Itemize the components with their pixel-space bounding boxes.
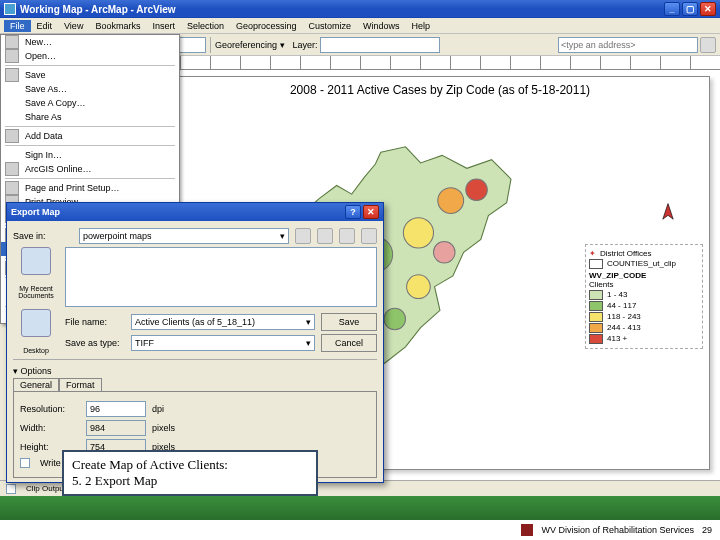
menu-edit[interactable]: Edit: [31, 20, 59, 32]
slide-footer: WV Division of Rehabilitation Services 2…: [0, 520, 720, 540]
window-close-button[interactable]: ✕: [700, 2, 716, 16]
georef-label: Georeferencing ▾: [215, 40, 285, 50]
footer-logo-icon: [521, 524, 533, 536]
dialog-titlebar[interactable]: Export Map ? ✕: [7, 203, 383, 221]
menu-insert[interactable]: Insert: [146, 20, 181, 32]
menuitem-arcgis-online[interactable]: ArcGIS Online…: [1, 162, 179, 176]
saveastype-select[interactable]: TIFF▾: [131, 335, 315, 351]
menu-bookmarks[interactable]: Bookmarks: [89, 20, 146, 32]
svg-point-4: [466, 180, 488, 202]
dialog-help-button[interactable]: ?: [345, 205, 361, 219]
menuitem-new[interactable]: New…: [1, 35, 179, 49]
cancel-button[interactable]: Cancel: [321, 334, 377, 352]
recent-docs-label: My Recent Documents: [13, 285, 59, 299]
new-icon: [5, 35, 19, 49]
map-legend: ✦District Offices COUNTIES_ut_clip WV_ZI…: [585, 244, 703, 349]
menuitem-save[interactable]: Save: [1, 68, 179, 82]
resolution-input[interactable]: 96: [86, 401, 146, 417]
menuitem-share-as[interactable]: Share As: [1, 110, 179, 124]
resolution-label: Resolution:: [20, 404, 80, 414]
desktop-icon[interactable]: [21, 309, 51, 337]
save-icon: [5, 68, 19, 82]
search-icon[interactable]: [700, 37, 716, 53]
width-readout: 984: [86, 420, 146, 436]
menu-windows[interactable]: Windows: [357, 20, 406, 32]
window-titlebar: Working Map - ArcMap - ArcView _ ▢ ✕: [0, 0, 720, 18]
slide-callout: Create Map of Active Clients: 5. 2 Expor…: [62, 450, 318, 497]
globe-icon: [5, 162, 19, 176]
dialog-close-button[interactable]: ✕: [363, 205, 379, 219]
add-data-icon: [5, 129, 19, 143]
view-menu-icon[interactable]: [361, 228, 377, 244]
nav-back-icon[interactable]: [295, 228, 311, 244]
layers-label: Layer:: [293, 40, 318, 50]
tab-general[interactable]: General: [13, 378, 59, 391]
menuitem-save-as[interactable]: Save As…: [1, 82, 179, 96]
window-minimize-button[interactable]: _: [664, 2, 680, 16]
menuitem-page-setup[interactable]: Page and Print Setup…: [1, 181, 179, 195]
nav-up-icon[interactable]: [317, 228, 333, 244]
menu-help[interactable]: Help: [406, 20, 437, 32]
svg-point-10: [434, 242, 456, 264]
resolution-unit: dpi: [152, 404, 164, 414]
menuitem-save-copy[interactable]: Save A Copy…: [1, 96, 179, 110]
saveastype-label: Save as type:: [65, 338, 125, 348]
svg-point-9: [384, 309, 406, 331]
recent-docs-icon[interactable]: [21, 247, 51, 275]
menu-customize[interactable]: Customize: [303, 20, 358, 32]
options-toggle[interactable]: ▾ Options: [13, 366, 52, 376]
file-list-area[interactable]: [65, 247, 377, 307]
windows-taskbar[interactable]: [0, 496, 720, 520]
svg-point-8: [407, 275, 431, 299]
menuitem-open[interactable]: Open…: [1, 49, 179, 63]
savein-select[interactable]: powerpoint maps▾: [79, 228, 289, 244]
menuitem-add-data[interactable]: Add Data: [1, 129, 179, 143]
app-icon: [4, 3, 16, 15]
north-arrow-icon: [653, 200, 679, 226]
savein-label: Save in:: [13, 231, 73, 241]
export-map-dialog: Export Map ? ✕ Save in: powerpoint maps▾…: [6, 202, 384, 483]
menubar: File Edit View Bookmarks Insert Selectio…: [0, 18, 720, 34]
desktop-label: Desktop: [23, 347, 49, 354]
layer-select[interactable]: [320, 37, 440, 53]
map-title: 2008 - 2011 Active Cases by Zip Code (as…: [171, 77, 709, 99]
width-label: Width:: [20, 423, 80, 433]
svg-point-2: [403, 218, 433, 248]
footer-page: 29: [702, 525, 712, 535]
window-title: Working Map - ArcMap - ArcView: [20, 4, 176, 15]
worldfile-checkbox[interactable]: [20, 458, 30, 468]
menu-view[interactable]: View: [58, 20, 89, 32]
menuitem-sign-in[interactable]: Sign In…: [1, 148, 179, 162]
address-search-input[interactable]: [558, 37, 698, 53]
menu-geoprocessing[interactable]: Geoprocessing: [230, 20, 303, 32]
window-maximize-button[interactable]: ▢: [682, 2, 698, 16]
page-setup-icon: [5, 181, 19, 195]
clip-extent-checkbox[interactable]: [6, 484, 16, 494]
new-folder-icon[interactable]: [339, 228, 355, 244]
footer-org: WV Division of Rehabilitation Services: [541, 525, 694, 535]
tab-format[interactable]: Format: [59, 378, 102, 391]
menu-selection[interactable]: Selection: [181, 20, 230, 32]
width-unit: pixels: [152, 423, 175, 433]
svg-point-3: [438, 188, 464, 214]
open-icon: [5, 49, 19, 63]
menu-file[interactable]: File: [4, 20, 31, 32]
dialog-title: Export Map: [11, 207, 60, 217]
save-button[interactable]: Save: [321, 313, 377, 331]
filename-input[interactable]: Active Clients (as of 5_18_11)▾: [131, 314, 315, 330]
filename-label: File name:: [65, 317, 125, 327]
